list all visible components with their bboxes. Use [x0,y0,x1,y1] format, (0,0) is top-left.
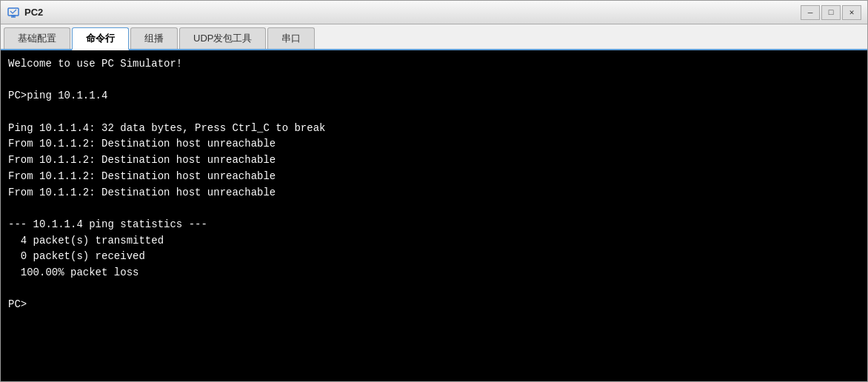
minimize-button[interactable]: — [801,5,820,20]
terminal-line: From 10.1.1.2: Destination host unreacha… [8,153,860,169]
tab-basic-config[interactable]: 基础配置 [4,27,70,49]
terminal-line [8,73,860,89]
terminal-line [8,104,860,121]
terminal-line [8,201,860,217]
terminal-line: From 10.1.1.2: Destination host unreacha… [8,185,860,201]
title-bar-left: PC2 [7,6,43,19]
pc-icon [7,6,20,19]
terminal-line: 4 packet(s) transmitted [8,233,860,249]
maximize-button[interactable]: □ [821,5,841,20]
terminal-line: --- 10.1.1.4 ping statistics --- [8,217,860,233]
terminal-line: 0 packet(s) received [8,249,860,265]
terminal-line: From 10.1.1.2: Destination host unreacha… [8,169,860,185]
terminal-line: Welcome to use PC Simulator! [8,56,860,73]
tab-udp-tool[interactable]: UDP发包工具 [179,27,266,49]
svg-rect-0 [8,8,19,16]
main-window: PC2 — □ ✕ 基础配置 命令行 组播 UDP发包工具 串口 Welcome… [0,0,868,382]
terminal-line: From 10.1.1.2: Destination host unreacha… [8,136,860,153]
terminal-line: 100.00% packet loss [8,265,860,281]
terminal-line: Ping 10.1.1.4: 32 data bytes, Press Ctrl… [8,121,860,137]
close-button[interactable]: ✕ [842,5,861,20]
tab-group-broadcast[interactable]: 组播 [130,27,178,49]
window-title: PC2 [24,7,43,18]
terminal-line [8,281,860,298]
title-bar-buttons: — □ ✕ [801,5,861,20]
title-bar: PC2 — □ ✕ [1,1,867,24]
tab-command-line[interactable]: 命令行 [72,27,129,50]
terminal-line: PC>ping 10.1.1.4 [8,88,860,104]
terminal-line: PC> [8,297,860,313]
tab-bar: 基础配置 命令行 组播 UDP发包工具 串口 [1,24,867,50]
tab-serial[interactable]: 串口 [267,27,315,49]
terminal-output[interactable]: Welcome to use PC Simulator! PC>ping 10.… [1,50,867,381]
